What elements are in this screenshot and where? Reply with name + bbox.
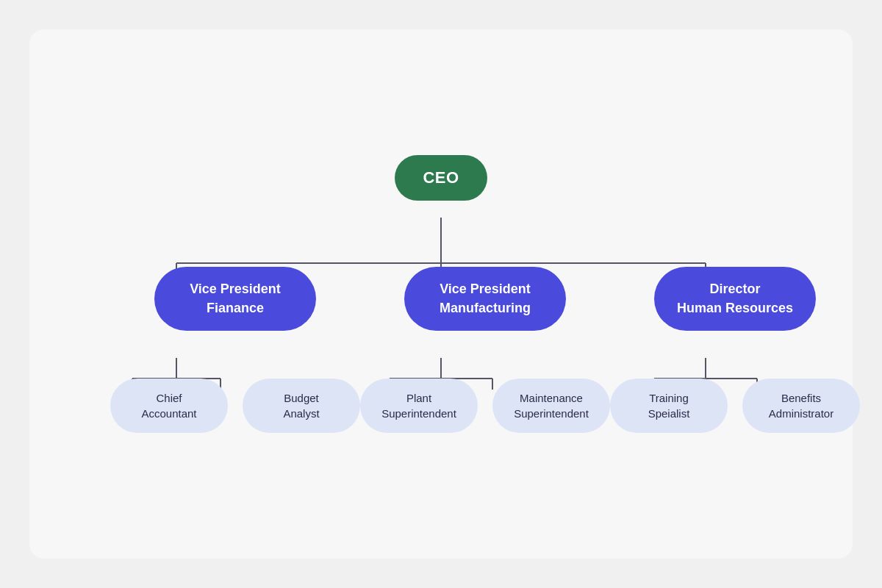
director-hr-column: DirectorHuman Resources TrainingSpeialis… — [610, 267, 860, 432]
maintenance-superintendent-node: MaintenanceSuperintendent — [492, 379, 610, 433]
vp-finance-children: ChiefAccountant BudgetAnalyst — [110, 379, 360, 433]
ceo-label: CEO — [423, 168, 459, 187]
director-hr-node: DirectorHuman Resources — [654, 267, 816, 330]
chart-container: CEO Vice PresidentFianance ChiefAccounta… — [29, 29, 853, 559]
vp-finance-label: Vice PresidentFianance — [190, 282, 281, 315]
plant-superintendent-node: PlantSuperintendent — [360, 379, 478, 433]
benefits-administrator-label: BenefitsAdministrator — [769, 392, 833, 420]
training-specialist-node: TrainingSpeialist — [610, 379, 728, 433]
vp-manufacturing-node: Vice PresidentManufacturing — [404, 267, 566, 330]
director-hr-label: DirectorHuman Resources — [677, 282, 793, 315]
chief-accountant-label: ChiefAccountant — [141, 392, 196, 420]
director-hr-children: TrainingSpeialist BenefitsAdministrator — [610, 379, 860, 433]
budget-analyst-label: BudgetAnalyst — [283, 392, 319, 420]
training-specialist-label: TrainingSpeialist — [648, 392, 690, 420]
org-chart: CEO Vice PresidentFianance ChiefAccounta… — [110, 155, 772, 432]
vp-finance-node: Vice PresidentFianance — [154, 267, 316, 330]
vp-manufacturing-children: PlantSuperintendent MaintenanceSuperinte… — [360, 379, 610, 433]
maintenance-superintendent-label: MaintenanceSuperintendent — [514, 392, 589, 420]
vp-finance-column: Vice PresidentFianance ChiefAccountant B… — [110, 267, 360, 432]
ceo-node: CEO — [395, 155, 487, 201]
benefits-administrator-node: BenefitsAdministrator — [742, 379, 860, 433]
vp-manufacturing-column: Vice PresidentManufacturing PlantSuperin… — [360, 267, 610, 432]
plant-superintendent-label: PlantSuperintendent — [381, 392, 456, 420]
vp-manufacturing-label: Vice PresidentManufacturing — [440, 282, 531, 315]
chief-accountant-node: ChiefAccountant — [110, 379, 228, 433]
budget-analyst-node: BudgetAnalyst — [243, 379, 360, 433]
